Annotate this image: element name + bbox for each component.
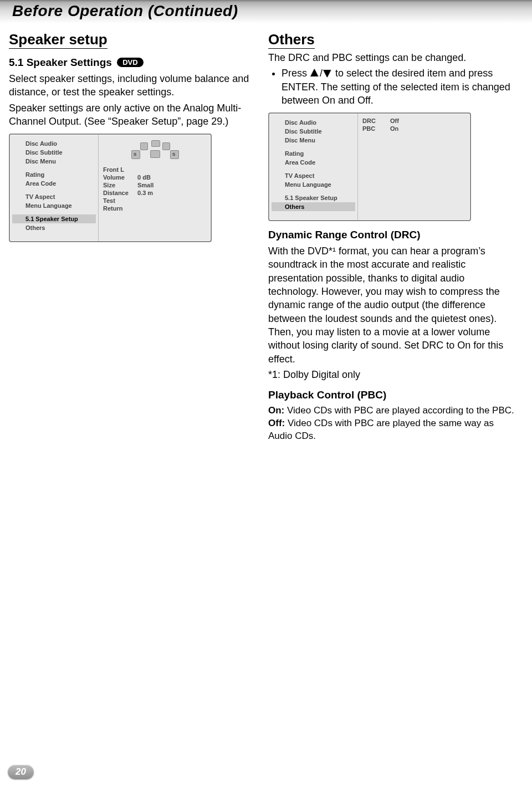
menu-item: Disc Subtitle [12, 148, 96, 157]
kv-row: Test [103, 197, 206, 204]
menu-item: Disc Menu [272, 136, 355, 145]
kv-row: Distance0.3 m [103, 189, 206, 197]
menu-item: TV Aspect [12, 192, 96, 201]
section-header: Before Operation (Continued) [0, 0, 532, 23]
speaker-selected: Front L [103, 166, 206, 173]
right-column: Others The DRC and PBC settings can be c… [265, 27, 520, 443]
kv-row: Volume0 dB [103, 173, 206, 181]
others-intro: The DRC and PBC settings can be changed. [268, 51, 516, 64]
speaker-setup-heading: Speaker setup [9, 31, 257, 49]
bullet-item: Press ⯅/⯆ to select the desired item and… [282, 66, 516, 107]
menu-item: Disc Subtitle [272, 127, 355, 136]
menu-item: Area Code [272, 158, 355, 167]
others-bullets: Press ⯅/⯆ to select the desired item and… [268, 66, 516, 107]
speaker-settings-heading: 5.1 Speaker Settings DVD [9, 57, 257, 69]
menu-item: Area Code [12, 179, 96, 188]
menu-item: Others [12, 223, 96, 232]
osd-menu-others: Disc Audio Disc Subtitle Disc Menu Ratin… [268, 112, 471, 221]
left-column: Speaker setup 5.1 Speaker Settings DVD S… [6, 27, 260, 443]
others-heading: Others [268, 31, 516, 49]
osd-menu-right: DRCOff PBCOn [358, 114, 470, 220]
menu-item-selected: 5.1 Speaker Setup [12, 214, 96, 223]
kv-row: PBCOn [362, 125, 466, 132]
menu-item: TV Aspect [272, 171, 355, 180]
pbc-off: Off: Video CDs with PBC are played the s… [268, 417, 516, 443]
kv-row: DRCOff [362, 117, 466, 125]
menu-item-selected: Others [272, 202, 355, 211]
drc-body: With the DVD*¹ format, you can hear a pr… [268, 244, 516, 366]
page-number: 20 [8, 765, 34, 779]
drc-footnote: *1: Dolby Digital only [268, 368, 516, 381]
menu-item: Rating [12, 170, 96, 179]
menu-item: Menu Language [12, 201, 96, 210]
speaker-setup-para1: Select speaker settings, including volum… [9, 72, 257, 99]
menu-item: Menu Language [272, 180, 355, 189]
drc-heading: Dynamic Range Control (DRC) [268, 229, 516, 241]
menu-item: Disc Audio [12, 139, 96, 148]
osd-menu-left: Disc Audio Disc Subtitle Disc Menu Ratin… [10, 135, 99, 241]
menu-item: 5.1 Speaker Setup [272, 193, 355, 202]
speaker-layout-icon: S S [128, 140, 181, 160]
kv-row: Return [103, 204, 206, 212]
pbc-heading: Playback Control (PBC) [268, 389, 516, 401]
menu-item: Rating [272, 149, 355, 158]
osd-menu-right: S S Front L Volume0 dB SizeSmall Distanc… [99, 135, 211, 241]
kv-row: SizeSmall [103, 181, 206, 189]
osd-menu-left: Disc Audio Disc Subtitle Disc Menu Ratin… [269, 114, 358, 220]
speaker-setup-para2: Speaker settings are only active on the … [9, 101, 257, 129]
osd-menu-speaker: Disc Audio Disc Subtitle Disc Menu Ratin… [9, 134, 212, 242]
pbc-on: On: Video CDs with PBC are played accord… [268, 405, 516, 417]
menu-item: Disc Audio [272, 118, 355, 127]
dvd-badge: DVD [117, 58, 143, 67]
menu-item: Disc Menu [12, 157, 96, 166]
